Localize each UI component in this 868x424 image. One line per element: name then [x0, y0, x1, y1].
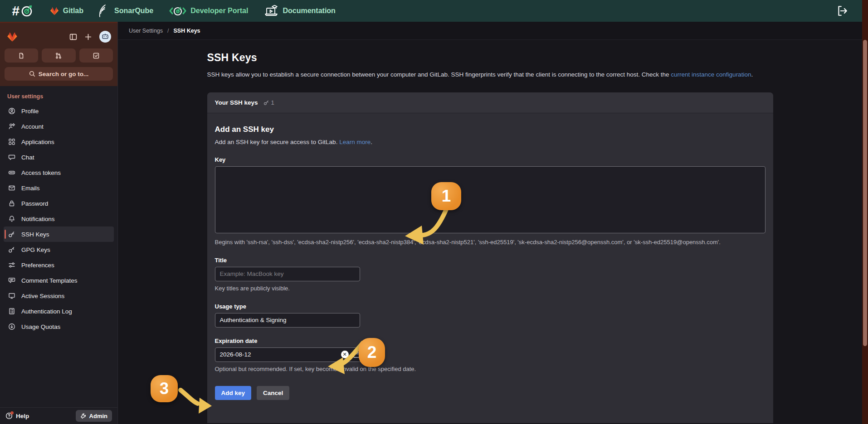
topbar-link-gitlab[interactable]: Gitlab [49, 6, 83, 16]
nav-label: Emails [21, 185, 40, 192]
sidebar-item-profile[interactable]: Profile [4, 103, 114, 119]
sidebar-item-active-sessions[interactable]: Active Sessions [4, 288, 114, 304]
search-input[interactable]: Search or go to... [5, 67, 113, 81]
title-input[interactable] [215, 267, 360, 281]
token-pill-icon [8, 169, 15, 176]
key-field-group: Key Begins with 'ssh-rsa', 'ssh-dss', 'e… [215, 156, 766, 247]
sidebar-footer: Help Admin [0, 407, 117, 424]
nav-label: Chat [21, 154, 34, 161]
comment-lines-icon [8, 277, 15, 284]
topbar-link-developer-portal[interactable]: Developer Portal [169, 5, 248, 16]
hash-logo-glyph: # [12, 4, 20, 18]
usage-type-label: Usage type [215, 303, 766, 310]
laptop-learning-icon [263, 4, 279, 18]
sidebar-item-authentication-log[interactable]: Authentication Log [4, 304, 114, 319]
code-target-icon [169, 5, 187, 16]
issues-shortcut-button[interactable] [5, 48, 38, 63]
calendar-icon[interactable] [353, 351, 360, 358]
help-button[interactable]: Help [5, 412, 29, 419]
ssh-key-textarea[interactable] [215, 166, 766, 233]
nav-label: Comment Templates [21, 277, 78, 284]
sidebar-item-password[interactable]: Password [4, 196, 114, 211]
sidebar-item-notifications[interactable]: Notifications [4, 211, 114, 226]
nav-label: GPG Keys [21, 246, 50, 253]
current-instance-configuration-link[interactable]: current instance configuration [671, 71, 751, 78]
sidebar-item-ssh-keys[interactable]: SSH Keys [4, 226, 114, 242]
nav-label: Password [21, 200, 48, 207]
title-help-text: Key titles are publicly visible. [215, 284, 766, 293]
add-key-button[interactable]: Add key [215, 386, 252, 400]
help-label: Help [16, 413, 29, 419]
ssh-keys-panel: Your SSH keys 1 Add an SSH key Add an SS… [207, 92, 773, 423]
nav-label: Preferences [21, 262, 54, 269]
topbar-link-label: Developer Portal [190, 7, 248, 15]
quota-gauge-icon [8, 323, 15, 330]
sidebar-nav: Profile Account Applications Chat Access… [0, 103, 117, 334]
key-icon [263, 100, 269, 106]
sidebar-item-access-tokens[interactable]: Access tokens [4, 165, 114, 180]
key-icon [8, 231, 15, 238]
gitlab-sidebar: Search or go to... User settings Profile… [0, 22, 118, 424]
cancel-button[interactable]: Cancel [257, 386, 289, 400]
breadcrumb: User Settings / SSH Keys [118, 22, 862, 40]
breadcrumb-ssh-keys: SSH Keys [174, 28, 200, 34]
title-label: Title [215, 257, 766, 264]
sidebar-item-applications[interactable]: Applications [4, 134, 114, 149]
topbar-link-label: Gitlab [63, 7, 83, 15]
breadcrumb-separator: / [167, 28, 169, 34]
clear-date-icon[interactable]: ✕ [341, 351, 349, 358]
sidebar-header: Search or go to... [0, 22, 117, 86]
intro-period: . [371, 139, 372, 145]
sidebar-item-chat[interactable]: Chat [4, 149, 114, 165]
key-help-text: Begins with 'ssh-rsa', 'ssh-dss', 'ecdsa… [215, 238, 766, 247]
logout-icon[interactable] [836, 5, 848, 17]
expiration-date-field: ✕ [215, 347, 365, 362]
user-avatar[interactable] [99, 31, 111, 43]
description-text: SSH keys allow you to establish a secure… [207, 71, 671, 78]
expiration-date-input[interactable] [215, 348, 337, 361]
add-ssh-key-form: Add an SSH key Add an SSH key for secure… [207, 113, 773, 414]
monitor-icon [8, 292, 15, 299]
admin-button[interactable]: Admin [76, 410, 112, 422]
sidebar-item-gpg-keys[interactable]: GPG Keys [4, 242, 114, 257]
expiration-field-group: Expiration date ✕ Optional but recommend… [215, 337, 766, 374]
sidebar-toggle-icon[interactable] [69, 33, 77, 41]
sidebar-item-emails[interactable]: Emails [4, 180, 114, 196]
usage-type-select[interactable]: Authentication & Signing [215, 313, 360, 328]
search-placeholder-text: Search or go to... [39, 71, 88, 77]
gitlab-fox-icon [49, 6, 59, 16]
todo-shortcut-button[interactable] [79, 48, 113, 63]
topbar-link-documentation[interactable]: Documentation [263, 4, 335, 18]
main-content: SSH Keys SSH keys allow you to establish… [118, 40, 862, 424]
usage-type-value: Authentication & Signing [220, 317, 287, 323]
sidebar-item-usage-quotas[interactable]: Usage Quotas [4, 319, 114, 334]
nav-label: Applications [21, 139, 54, 145]
nav-label: SSH Keys [21, 231, 49, 238]
dart-target-icon [20, 4, 34, 18]
key-count-badge: 1 [263, 99, 274, 106]
portal-logo[interactable]: # [12, 4, 34, 18]
bell-icon [8, 215, 15, 222]
nav-label: Account [21, 123, 44, 130]
chat-bubble-icon [8, 154, 15, 161]
gitlab-logo-icon[interactable] [6, 31, 18, 43]
breadcrumb-user-settings[interactable]: User Settings [129, 28, 163, 34]
merge-requests-shortcut-button[interactable] [42, 48, 75, 63]
scrollbar-thumb[interactable] [863, 40, 867, 346]
nav-label: Usage Quotas [21, 323, 60, 330]
nav-label: Profile [21, 108, 39, 115]
search-icon [29, 71, 35, 77]
sliders-icon [8, 261, 15, 269]
panel-header: Your SSH keys 1 [207, 92, 773, 113]
scrollbar-track[interactable] [862, 0, 868, 424]
notification-dot [10, 411, 14, 414]
sidebar-item-account[interactable]: Account [4, 119, 114, 134]
usage-type-field-group: Usage type Authentication & Signing [215, 303, 766, 328]
wrench-icon [80, 413, 87, 419]
padlock-icon [8, 200, 15, 207]
learn-more-link[interactable]: Learn more [339, 139, 371, 145]
topbar-link-sonarqube[interactable]: SonarQube [99, 4, 153, 18]
sidebar-item-comment-templates[interactable]: Comment Templates [4, 273, 114, 288]
sidebar-item-preferences[interactable]: Preferences [4, 257, 114, 273]
plus-icon[interactable] [84, 33, 92, 41]
